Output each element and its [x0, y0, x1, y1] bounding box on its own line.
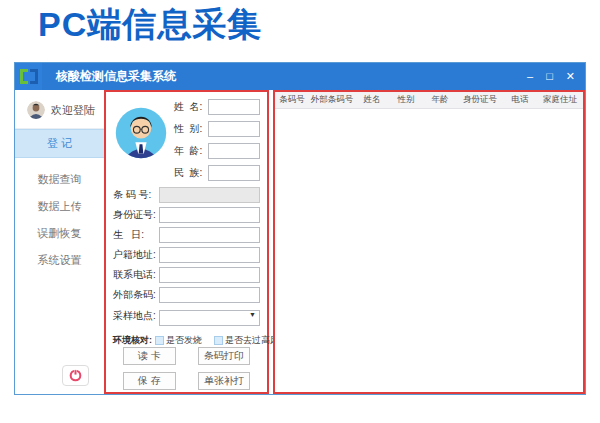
- barcode-label: 条 码 号:: [113, 188, 159, 202]
- column-header-age: 年龄: [423, 94, 457, 106]
- age-row: 年 龄:: [174, 143, 260, 159]
- full-width-fields: 条 码 号: 身份证号: 生 日: 户籍地址:: [113, 187, 260, 326]
- birthday-row: 生 日:: [113, 227, 260, 243]
- household-address-row: 户籍地址:: [113, 247, 260, 263]
- id-number-row: 身份证号:: [113, 207, 260, 223]
- environment-check-row: 环境核对: 是否发烧 是否去过高风险地区: [113, 334, 260, 347]
- id-number-label: 身份证号:: [113, 208, 159, 222]
- barcode-print-button[interactable]: 条码打印: [198, 347, 251, 365]
- phone-row: 联系电话:: [113, 267, 260, 283]
- window-controls: – □ ✕: [527, 71, 575, 82]
- phone-input[interactable]: [159, 267, 260, 283]
- sidebar-item-register[interactable]: 登 记: [15, 129, 104, 158]
- ethnicity-input[interactable]: [208, 165, 260, 181]
- column-header-home-address: 家庭住址: [537, 94, 583, 106]
- window-title: 核酸检测信息采集系统: [56, 68, 176, 85]
- form-top-section: 姓 名: 性 别: 年 龄: 民 族:: [113, 99, 260, 181]
- birthday-label: 生 日:: [113, 228, 159, 242]
- chevron-down-icon[interactable]: ▼: [249, 311, 256, 318]
- app-logo-icon: [15, 63, 42, 90]
- page: PC端信息采集 核酸检测信息采集系统 – □ ✕: [0, 0, 600, 423]
- gender-label: 性 别:: [174, 122, 208, 136]
- external-barcode-row: 外部条码:: [113, 287, 260, 303]
- high-risk-area-checkbox[interactable]: [214, 336, 223, 345]
- ethnicity-row: 民 族:: [174, 165, 260, 181]
- column-header-name: 姓名: [355, 94, 389, 106]
- window-body: 欢迎登陆 登 记 数据查询 数据上传 误删恢复 系统设置: [15, 90, 585, 394]
- sampling-location-input[interactable]: [159, 310, 260, 326]
- name-row: 姓 名:: [174, 99, 260, 115]
- registration-form-panel: 姓 名: 性 别: 年 龄: 民 族:: [104, 90, 269, 394]
- sidebar-item-data-query[interactable]: 数据查询: [15, 166, 104, 193]
- external-barcode-label: 外部条码:: [113, 288, 159, 302]
- gender-row: 性 别:: [174, 121, 260, 137]
- name-input[interactable]: [208, 99, 260, 115]
- birthday-input[interactable]: [159, 227, 260, 243]
- sampling-location-label: 采样地点:: [113, 309, 159, 323]
- fever-checkbox[interactable]: [155, 336, 164, 345]
- sidebar-item-data-upload[interactable]: 数据上传: [15, 193, 104, 220]
- title-bar: 核酸检测信息采集系统 – □ ✕: [15, 63, 585, 90]
- sampling-location-row: 采样地点: ▼: [113, 307, 260, 326]
- read-card-button[interactable]: 读 卡: [123, 347, 176, 365]
- column-header-phone: 电话: [503, 94, 537, 106]
- records-table-panel: 条码号 外部条码号 姓名 性别 年龄 身份证号 电话 家庭住址: [273, 90, 585, 394]
- age-input[interactable]: [208, 143, 260, 159]
- sampling-location-select[interactable]: ▼: [159, 307, 260, 326]
- sidebar: 欢迎登陆 登 记 数据查询 数据上传 误删恢复 系统设置: [15, 90, 104, 394]
- barcode-row: 条 码 号:: [113, 187, 260, 203]
- close-button[interactable]: ✕: [566, 71, 575, 82]
- name-label: 姓 名:: [174, 100, 208, 114]
- sidebar-item-delete-recovery[interactable]: 误删恢复: [15, 220, 104, 247]
- column-header-gender: 性别: [389, 94, 423, 106]
- patient-avatar-icon: [113, 99, 169, 181]
- ethnicity-label: 民 族:: [174, 166, 208, 180]
- fever-checkbox-label: 是否发烧: [166, 334, 202, 347]
- maximize-button[interactable]: □: [546, 71, 553, 82]
- welcome-row: 欢迎登陆: [15, 90, 104, 128]
- sidebar-item-system-settings[interactable]: 系统设置: [15, 247, 104, 274]
- external-barcode-input[interactable]: [159, 287, 260, 303]
- user-avatar-icon: [27, 101, 45, 119]
- age-label: 年 龄:: [174, 144, 208, 158]
- power-icon: [69, 369, 82, 382]
- table-header-row: 条码号 外部条码号 姓名 性别 年龄 身份证号 电话 家庭住址: [275, 92, 583, 109]
- environment-check-label: 环境核对:: [113, 334, 152, 347]
- barcode-input: [159, 187, 260, 203]
- household-address-input[interactable]: [159, 247, 260, 263]
- column-header-id-number: 身份证号: [457, 94, 503, 106]
- logout-power-button[interactable]: [62, 365, 89, 386]
- welcome-label: 欢迎登陆: [51, 103, 95, 118]
- household-address-label: 户籍地址:: [113, 248, 159, 262]
- app-window: 核酸检测信息采集系统 – □ ✕: [14, 62, 586, 395]
- column-header-external-barcode: 外部条码号: [309, 94, 355, 106]
- form-buttons: 读 卡 条码打印 保 存 单张补打: [113, 347, 260, 390]
- minimize-button[interactable]: –: [527, 71, 533, 82]
- gender-input[interactable]: [208, 121, 260, 137]
- id-number-input[interactable]: [159, 207, 260, 223]
- page-title: PC端信息采集: [38, 2, 262, 48]
- top-fields: 姓 名: 性 别: 年 龄: 民 族:: [174, 99, 260, 181]
- save-button[interactable]: 保 存: [123, 372, 176, 390]
- table-body: [275, 109, 583, 392]
- single-reprint-button[interactable]: 单张补打: [198, 372, 251, 390]
- phone-label: 联系电话:: [113, 268, 159, 282]
- column-header-barcode: 条码号: [275, 94, 309, 106]
